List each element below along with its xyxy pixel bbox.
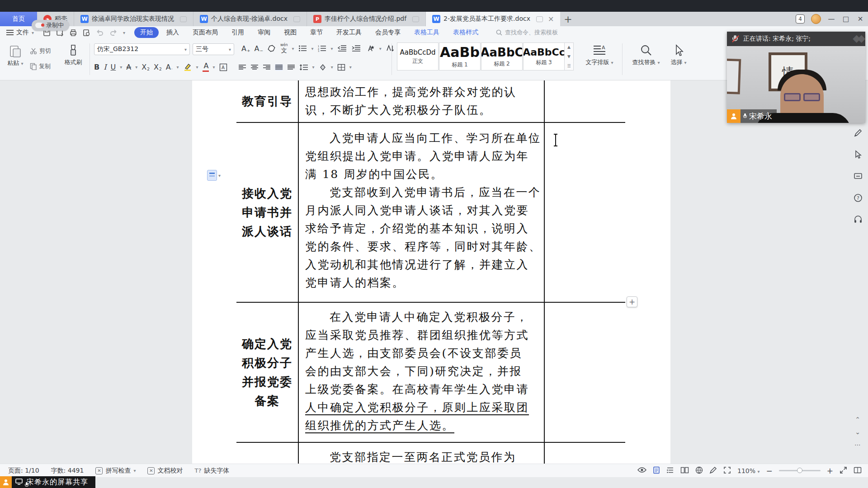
text-typeset-button[interactable]: A 文字排版 ▾ (582, 44, 617, 66)
page-indicator[interactable]: 页面: 1/10 (8, 467, 39, 475)
spellcheck-toggle[interactable]: ✕拼写检查▾ (95, 467, 136, 475)
support-headset-icon[interactable] (852, 213, 864, 226)
menu-table-style[interactable]: 表格样式 (447, 27, 484, 38)
minimize-button[interactable]: — (827, 15, 835, 23)
missing-font-button[interactable]: T?缺失字体 (194, 467, 229, 475)
comment-icon[interactable] (412, 16, 419, 22)
close-window-button[interactable]: ✕ (856, 15, 864, 23)
undo-button[interactable] (96, 29, 104, 36)
word-count[interactable]: 字数: 4491 (51, 467, 84, 475)
table-row-header[interactable]: 确定入党 积极分子 并报党委 备案 (236, 303, 299, 442)
table-row-header[interactable] (236, 443, 299, 464)
table-row-body[interactable]: 入党申请人应当向工作、学习所在单位 党组织提出入党申请。入党申请人应为年 满 1… (299, 123, 545, 302)
pinyin-guide-button[interactable]: wén文 (280, 43, 288, 53)
style-heading-1[interactable]: AaBb 标题 1 (439, 42, 481, 70)
eye-preview-icon[interactable] (637, 467, 646, 474)
menu-home[interactable]: 开始 (134, 27, 159, 38)
font-name-select[interactable]: 仿宋_GB2312▾ (94, 43, 190, 55)
bold-button[interactable]: B (94, 63, 99, 71)
cut-button[interactable]: 剪切 (30, 47, 51, 55)
document-table[interactable]: 教育引导 思想政治工作，提高党外群众对党的认 识，不断扩大入党积极分子队伍。 接… (236, 80, 625, 464)
document-area[interactable]: 教育引导 思想政治工作，提高党外群众对党的认 识，不断扩大入党积极分子队伍。 接… (0, 80, 868, 464)
table-row[interactable]: 教育引导 思想政治工作，提高党外群众对党的认 识，不断扩大入党积极分子队伍。 (236, 80, 625, 123)
table-row[interactable]: 党支部指定一至两名正式党员作为 (236, 443, 625, 464)
menu-insert[interactable]: 插入 (160, 27, 185, 38)
scroll-down-icon[interactable]: ⌄ (855, 428, 860, 436)
redo-button[interactable] (109, 29, 118, 36)
select-button[interactable]: 选择 ▾ (666, 44, 691, 66)
decrease-font-button[interactable]: A− (255, 44, 264, 53)
table-row-extra-cell[interactable] (545, 303, 625, 442)
table-row-extra-cell[interactable] (545, 80, 625, 122)
fit-page-icon[interactable] (723, 466, 731, 475)
zoom-slider[interactable] (779, 470, 821, 471)
clear-format-button[interactable] (267, 44, 276, 52)
line-spacing-button[interactable] (299, 64, 308, 71)
justify-button[interactable] (275, 64, 283, 70)
command-search[interactable]: 查找命令、搜索模板 (496, 28, 558, 37)
toolbar-more-icon[interactable]: ▾ (123, 30, 125, 35)
zoom-in-button[interactable]: + (827, 466, 833, 475)
italic-button[interactable]: I (104, 63, 106, 71)
menu-review[interactable]: 审阅 (252, 27, 276, 38)
comment-icon[interactable] (536, 16, 543, 22)
table-row-extra-cell[interactable] (545, 123, 625, 302)
table-row-extra-cell[interactable] (545, 443, 625, 464)
whiteboard-icon[interactable] (852, 170, 864, 183)
numbered-list-button[interactable]: 123 (318, 45, 327, 52)
more-options-icon[interactable]: ⋯ (854, 441, 861, 448)
text-effects-button[interactable] (365, 44, 375, 52)
style-heading-2[interactable]: AaBbC 标题 2 (481, 42, 523, 70)
increase-font-button[interactable]: A+ (241, 44, 250, 53)
file-menu[interactable]: 文件 ▾ (0, 28, 38, 37)
borders-button[interactable] (337, 64, 345, 71)
align-left-button[interactable] (238, 64, 246, 70)
copy-button[interactable]: 复制 (30, 62, 51, 70)
new-tab-button[interactable]: + (560, 12, 576, 26)
proofread-toggle[interactable]: ✕文档校对 (147, 467, 183, 475)
tab-active-doc[interactable]: W2-发展党员基本工作要求.docx✕ (426, 12, 560, 26)
pointer-icon[interactable] (852, 148, 864, 161)
align-right-button[interactable] (263, 64, 271, 70)
user-avatar[interactable] (811, 14, 821, 24)
ink-pen-icon[interactable] (709, 466, 717, 475)
font-size-select[interactable]: 三号▾ (193, 43, 234, 55)
table-row-body[interactable]: 在入党申请人中确定入党积极分子， 应当采取党员推荐、群团组织推优等方式 产生人选… (299, 303, 545, 442)
table-add-row-button[interactable]: + (627, 296, 637, 307)
bullet-list-button[interactable] (298, 45, 307, 52)
view-page-mode-button[interactable] (653, 466, 660, 475)
maximize-button[interactable]: □ (842, 15, 850, 23)
tab-doc-1[interactable]: W徐涵卓同学政治现实表现情况 (74, 12, 193, 26)
view-web-button[interactable] (695, 466, 703, 475)
zoom-out-button[interactable]: − (766, 466, 773, 475)
table-row-body[interactable]: 思想政治工作，提高党外群众对党的认 识，不断扩大入党积极分子队伍。 (299, 80, 545, 122)
annotate-pen-icon[interactable] (852, 127, 864, 139)
table-row-header[interactable]: 教育引导 (236, 80, 299, 122)
paste-button[interactable]: 粘贴 ▾ (5, 44, 26, 67)
menu-page-layout[interactable]: 页面布局 (187, 27, 224, 38)
tab-pdf[interactable]: P李佳柠个人综合情况介绍.pdf (307, 12, 426, 26)
close-tab-icon[interactable]: ✕ (548, 15, 554, 23)
table-row-body[interactable]: 党支部指定一至两名正式党员作为 (299, 443, 545, 464)
find-replace-button[interactable]: 查找替换 ▾ (628, 44, 664, 66)
superscript-button[interactable]: X2 (142, 63, 150, 71)
view-two-page-button[interactable] (680, 467, 689, 475)
paste-options-button[interactable]: ▾ (207, 170, 221, 181)
menu-references[interactable]: 引用 (226, 27, 250, 38)
reading-layout-icon[interactable] (854, 467, 862, 475)
menu-member[interactable]: 会员专享 (369, 27, 406, 38)
zoom-slider-thumb[interactable] (797, 468, 802, 473)
shading-button[interactable] (319, 64, 327, 71)
strikethrough-button[interactable]: A (126, 63, 131, 71)
view-outline-button[interactable] (666, 467, 674, 475)
distribute-button[interactable] (287, 64, 295, 70)
style-gallery-scroll[interactable]: ▲▼☰ (565, 42, 574, 70)
character-border-button[interactable]: A (219, 63, 227, 71)
tab-doc-2[interactable]: W个人综合表现-徐涵卓.docx (193, 12, 307, 26)
decrease-indent-button[interactable] (337, 45, 347, 52)
menu-view[interactable]: 视图 (278, 27, 302, 38)
muted-mic-icon[interactable] (731, 35, 739, 43)
comment-icon[interactable] (180, 16, 187, 22)
scroll-up-icon[interactable]: ⌃ (855, 416, 860, 423)
format-painter-button[interactable]: 格式刷 (61, 44, 86, 66)
